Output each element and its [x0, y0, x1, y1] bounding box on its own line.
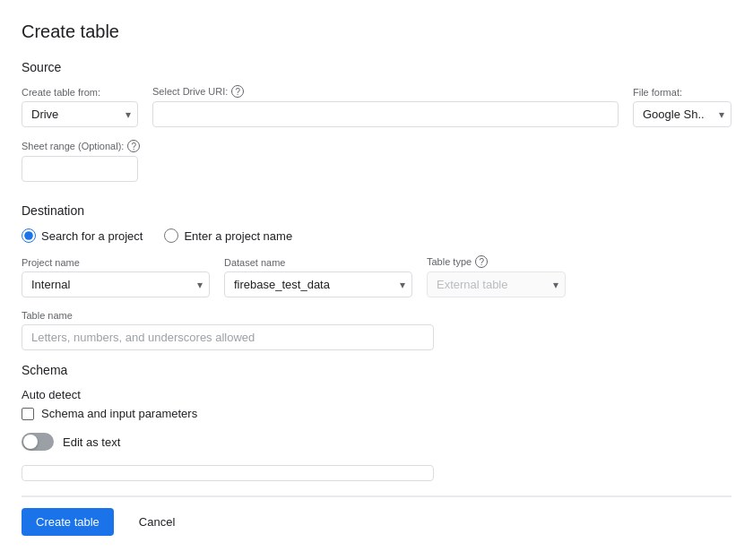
schema-section: Schema Auto detect Schema and input para… [22, 363, 731, 481]
table-type-select-wrapper: External table Native table ▾ [427, 271, 566, 297]
dataset-name-label: Dataset name [224, 257, 412, 268]
project-name-select[interactable]: Internal [22, 271, 210, 297]
project-name-group: Project name Internal ▾ [22, 257, 210, 297]
edit-as-text-label: Edit as text [63, 435, 120, 449]
search-project-option[interactable]: Search for a project [22, 228, 143, 243]
drive-uri-group: Select Drive URI: ? [152, 85, 619, 127]
create-from-select[interactable]: Drive Google Cloud Storage Upload BigQue… [22, 101, 138, 127]
schema-checkbox[interactable] [22, 408, 34, 420]
project-name-label: Project name [22, 257, 210, 268]
table-type-select[interactable]: External table Native table [427, 271, 566, 297]
search-project-radio[interactable] [22, 228, 36, 243]
sheet-range-input[interactable] [22, 156, 138, 182]
destination-section-title: Destination [22, 203, 731, 218]
sheet-range-label: Sheet range (Optional): ? [22, 140, 731, 152]
table-name-group: Table name [22, 310, 731, 350]
edit-as-text-toggle[interactable] [22, 433, 54, 451]
drive-uri-input[interactable] [152, 101, 619, 127]
create-table-button[interactable]: Create table [22, 508, 114, 536]
source-row-1: Create table from: Drive Google Cloud St… [22, 85, 731, 127]
sheet-range-help-icon[interactable]: ? [127, 140, 140, 152]
sheet-range-group: Sheet range (Optional): ? [22, 140, 731, 182]
file-format-select[interactable]: Google Sh... CSV JSON Avro Parquet [633, 101, 731, 127]
source-section: Source Create table from: Drive Google C… [22, 60, 731, 182]
file-format-select-wrapper: Google Sh... CSV JSON Avro Parquet ▾ [633, 101, 731, 127]
drive-uri-label: Select Drive URI: ? [152, 85, 619, 98]
table-type-help-icon[interactable]: ? [475, 255, 488, 268]
page-container: Create table Source Create table from: D… [0, 0, 753, 550]
create-from-group: Create table from: Drive Google Cloud St… [22, 87, 138, 127]
create-from-select-wrapper: Drive Google Cloud Storage Upload BigQue… [22, 101, 138, 127]
table-type-label: Table type ? [427, 255, 566, 268]
destination-row-1: Project name Internal ▾ Dataset name fir… [22, 255, 731, 297]
schema-bottom-area [22, 465, 434, 481]
table-name-label: Table name [22, 310, 731, 321]
search-project-label: Search for a project [41, 229, 143, 243]
schema-section-title: Schema [22, 363, 731, 377]
file-format-group: File format: Google Sh... CSV JSON Avro … [633, 87, 731, 127]
dataset-name-select[interactable]: firebase_test_data [224, 271, 412, 297]
enter-project-label: Enter a project name [184, 229, 292, 243]
table-name-input[interactable] [22, 324, 434, 350]
enter-project-radio[interactable] [164, 228, 178, 243]
page-title: Create table [22, 22, 731, 42]
dataset-name-select-wrapper: firebase_test_data ▾ [224, 271, 412, 297]
footer-bar: Create table Cancel [22, 496, 731, 536]
auto-detect-label: Auto detect [22, 388, 731, 401]
table-type-group: Table type ? External table Native table… [427, 255, 566, 297]
cancel-button[interactable]: Cancel [125, 508, 189, 536]
schema-checkbox-label: Schema and input parameters [41, 407, 197, 420]
create-from-label: Create table from: [22, 87, 138, 98]
source-section-title: Source [22, 60, 731, 74]
destination-radio-group: Search for a project Enter a project nam… [22, 228, 731, 243]
edit-as-text-toggle-row: Edit as text [22, 433, 731, 451]
enter-project-option[interactable]: Enter a project name [164, 228, 292, 243]
project-name-select-wrapper: Internal ▾ [22, 271, 210, 297]
destination-section: Destination Search for a project Enter a… [22, 203, 731, 350]
toggle-slider [22, 433, 54, 451]
schema-checkbox-option: Schema and input parameters [22, 407, 731, 420]
dataset-name-group: Dataset name firebase_test_data ▾ [224, 257, 412, 297]
file-format-label: File format: [633, 87, 731, 98]
drive-uri-help-icon[interactable]: ? [231, 85, 244, 98]
